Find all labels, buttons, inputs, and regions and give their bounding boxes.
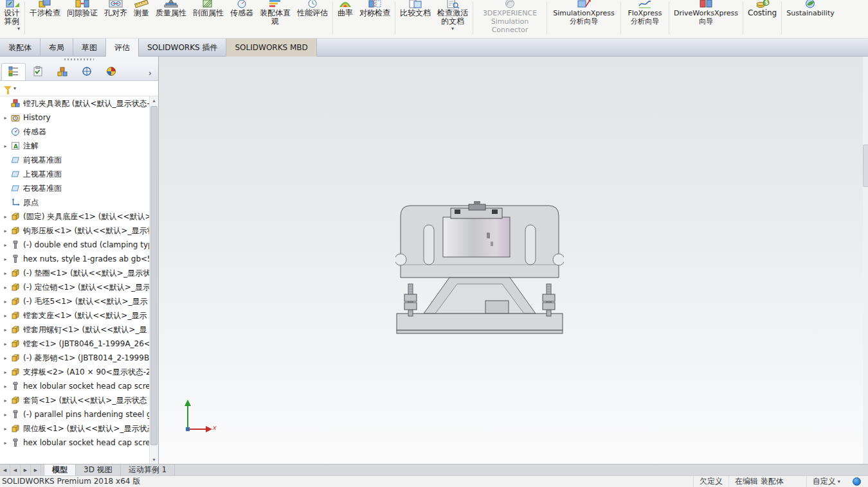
clearance-verification-button[interactable]: 间隙验证 ▾ xyxy=(64,0,101,39)
performance-evaluation-button[interactable]: 性能评估 ▾ xyxy=(294,0,331,39)
tree-component[interactable]: ▸ (-) double end stud (clamping typ xyxy=(0,238,149,252)
expand-caret-icon[interactable]: ▸ xyxy=(3,355,8,361)
scroll-down-icon[interactable]: ▾ xyxy=(150,456,158,464)
expand-caret-icon[interactable]: ▸ xyxy=(3,398,8,403)
panel-splitter-grip[interactable] xyxy=(0,57,158,62)
expand-caret-icon[interactable]: ▸ xyxy=(3,143,8,149)
expand-caret-icon[interactable]: ▸ xyxy=(3,440,8,446)
tree-component[interactable]: ▸ 支撑板<2> (A10 × 90<显示状态-2: xyxy=(0,365,149,379)
ribbon-item-label: 设计算例 xyxy=(3,9,20,26)
hole-alignment-button[interactable]: 孔对齐 ▾ xyxy=(101,0,131,39)
tree-component[interactable]: ▸ (固定) 夹具底座<1> (默认<<默认>_ xyxy=(0,209,149,224)
symmetry-check-button[interactable]: 对称检查 ▾ xyxy=(356,0,393,39)
expand-caret-icon[interactable]: ▸ xyxy=(3,369,8,375)
expand-caret-icon[interactable]: ▸ xyxy=(3,115,8,121)
3dexperience-simulation-connector-button[interactable]: 3DEXPERIENCE Simulation Connector ▾ xyxy=(475,0,545,39)
expand-caret-icon[interactable]: ▸ xyxy=(3,214,8,220)
measure-button[interactable]: 测量 ▾ xyxy=(131,0,152,39)
simulationxpress-wizard-button[interactable]: SimulationXpress 分析向导 ▾ xyxy=(548,0,619,39)
tree-root-assembly[interactable]: ▸ 镗孔夹具装配 (默认<默认_显示状态-1> xyxy=(0,96,149,111)
tree-component[interactable]: ▸ (-) 定位销<1> (默认<<默认>_显示 xyxy=(0,280,149,294)
scroll-up-icon[interactable]: ▴ xyxy=(150,96,158,105)
tab-solidworks-mbd[interactable]: SOLIDWORKS MBD xyxy=(226,39,316,57)
floxpress-wizard-button[interactable]: FloXpress 分析向导 ▾ xyxy=(622,0,667,39)
check-active-document-button[interactable]: 检查激活的文档 ▾ xyxy=(434,0,471,39)
solidworks-resources-icon[interactable] xyxy=(853,477,861,486)
scroll-first-tab-button[interactable]: ◀ xyxy=(0,465,10,475)
expand-caret-icon[interactable]: ▸ xyxy=(3,299,8,305)
task-pane-handle[interactable] xyxy=(863,145,868,187)
sensor-button[interactable]: 传感器 ▾ xyxy=(227,0,257,39)
tree-component[interactable]: ▸ (-) 菱形销<1> (JBT8014_2-1999B_ xyxy=(0,351,149,365)
assembly-visualization-button[interactable]: 装配体直观 ▾ xyxy=(257,0,294,39)
ribbon-item-label: FloXpress 分析向导 xyxy=(626,9,664,26)
tree-component[interactable]: ▸ hex lobular socket head cap scre xyxy=(0,379,149,393)
scroll-last-tab-button[interactable]: ▶ xyxy=(31,465,41,475)
tree-front-plane[interactable]: ▸ 前视基准面 xyxy=(0,153,149,167)
filter-caret-icon[interactable]: ▾ xyxy=(14,85,16,91)
tree-sensors[interactable]: ▸ 传感器 xyxy=(0,125,149,139)
driveworksxpress-wizard-button[interactable]: DriveWorksXpress 向导 ▾ xyxy=(671,0,741,39)
graphics-area[interactable]: x xyxy=(159,57,868,464)
tree-component[interactable]: ▸ (-) parallel pins hardening steel g xyxy=(0,407,149,421)
command-tab-band: 装配体 布局 草图 评估 SOLIDWORKS 插件 SOLIDWORKS MB… xyxy=(0,39,868,57)
tab-evaluate[interactable]: 评估 xyxy=(106,39,139,57)
tree-history-folder[interactable]: ▸ History xyxy=(0,111,149,125)
costing-button[interactable]: $ Costing ▾ xyxy=(745,0,780,39)
scroll-prev-tab-button[interactable]: ◀ xyxy=(10,465,21,475)
tree-component[interactable]: ▸ 钩形压板<1> (默认<<默认>_显示状 xyxy=(0,224,149,238)
compare-documents-button[interactable]: 比较文档 ▾ xyxy=(397,0,434,39)
tree-component[interactable]: ▸ (-) 垫圈<1> (默认<<默认>_显示状 xyxy=(0,266,149,280)
design-study-button[interactable]: 设计算例 ▾ xyxy=(0,0,23,39)
expand-caret-icon[interactable]: ▸ xyxy=(3,384,8,389)
assembly-model-view[interactable] xyxy=(395,199,564,337)
customize-menu[interactable]: 自定义 ▾ xyxy=(806,476,846,487)
tree-component[interactable]: ▸ (-) 毛坯5<1> (默认<<默认>_显示 xyxy=(0,294,149,308)
expand-caret-icon[interactable]: ▸ xyxy=(3,256,8,262)
expand-caret-icon[interactable]: ▸ xyxy=(3,242,8,248)
tree-right-plane[interactable]: ▸ 右视基准面 xyxy=(0,181,149,195)
model-tab[interactable]: 模型 xyxy=(44,465,76,475)
3d-views-tab[interactable]: 3D 视图 xyxy=(76,465,121,475)
expand-caret-icon[interactable]: ▸ xyxy=(3,270,8,276)
tab-assembly[interactable]: 装配体 xyxy=(0,39,41,57)
expand-caret-icon[interactable]: ▸ xyxy=(3,341,8,347)
tree-item-icon xyxy=(11,254,21,263)
section-properties-button[interactable]: 剖面属性 ▾ xyxy=(190,0,227,39)
expand-caret-icon[interactable]: ▸ xyxy=(3,412,8,418)
configurationmanager-tab[interactable] xyxy=(50,63,75,80)
expand-caret-icon[interactable]: ▸ xyxy=(3,285,8,290)
tree-item-icon xyxy=(11,283,21,292)
interference-check-button[interactable]: 干涉检查 ▾ xyxy=(26,0,64,39)
tab-solidworks-addins[interactable]: SOLIDWORKS 插件 xyxy=(139,39,226,57)
tree-origin[interactable]: ▸ 原点 xyxy=(0,195,149,209)
tree-component[interactable]: ▸ 套筒<1> (默认<<默认>_显示状态 1 xyxy=(0,393,149,407)
tree-component[interactable]: ▸ 镗套<1> (JBT8046_1-1999A_26<< xyxy=(0,337,149,351)
expand-caret-icon[interactable]: ▸ xyxy=(3,313,8,319)
tree-scrollbar-thumb[interactable] xyxy=(150,106,158,445)
motion-study-tab[interactable]: 运动算例 1 xyxy=(121,465,175,475)
filter-icon[interactable] xyxy=(4,86,12,91)
curvature-button[interactable]: 曲率 ▾ xyxy=(334,0,356,39)
expand-caret-icon[interactable]: ▸ xyxy=(3,228,8,234)
propertymanager-tab[interactable] xyxy=(26,63,50,80)
dimxpertmanager-tab[interactable] xyxy=(75,63,99,80)
scroll-next-tab-button[interactable]: ▶ xyxy=(21,465,31,475)
tree-scrollbar[interactable]: ▴ ▾ xyxy=(149,96,158,464)
expand-caret-icon[interactable]: ▸ xyxy=(3,327,8,333)
tree-component[interactable]: ▸ 镗套用螺钉<1> (默认<<默认>_显 xyxy=(0,323,149,337)
mass-properties-button[interactable]: 质量属性 ▾ xyxy=(152,0,190,39)
tree-component[interactable]: ▸ hex lobular socket head cap scre xyxy=(0,436,149,450)
sustainability-button[interactable]: Sustainability ▾ xyxy=(783,0,837,39)
tree-component[interactable]: ▸ 镗套支座<1> (默认<<默认>_显示 xyxy=(0,308,149,323)
tab-layout[interactable]: 布局 xyxy=(41,39,73,57)
panel-expand-chevron-icon[interactable]: › xyxy=(149,68,157,80)
displaymanager-tab[interactable] xyxy=(99,63,123,80)
expand-caret-icon[interactable]: ▸ xyxy=(3,426,8,432)
tree-component[interactable]: ▸ hex nuts, style 1-grades ab gb<5 xyxy=(0,252,149,266)
tree-component[interactable]: ▸ 限位板<1> (默认<<默认>_显示状态 xyxy=(0,421,149,436)
featuremanager-tab[interactable] xyxy=(1,63,26,80)
tab-sketch[interactable]: 草图 xyxy=(73,39,106,57)
tree-annotations[interactable]: ▸ A 注解 xyxy=(0,139,149,153)
tree-top-plane[interactable]: ▸ 上视基准面 xyxy=(0,167,149,181)
